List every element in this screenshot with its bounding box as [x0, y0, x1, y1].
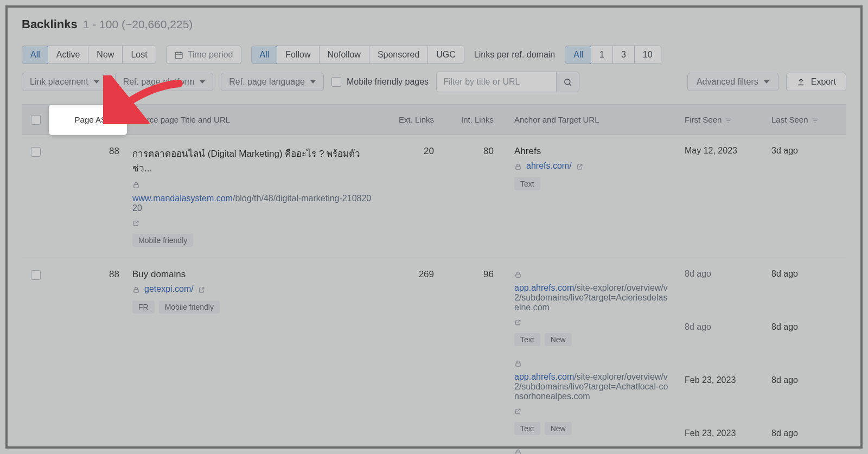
external-link-icon[interactable] [198, 284, 205, 294]
time-period-button[interactable]: Time period [166, 46, 241, 64]
external-link-icon[interactable] [514, 317, 521, 327]
svg-rect-5 [516, 274, 520, 277]
lock-icon [514, 358, 522, 368]
ref-page-language-dropdown[interactable]: Ref. page language [221, 73, 324, 91]
mode-tab-active[interactable]: Active [48, 46, 89, 63]
column-ext-links[interactable]: Ext. Links [381, 115, 441, 124]
tag-pill: Mobile friendly [159, 300, 220, 314]
svg-rect-0 [175, 53, 182, 59]
source-url[interactable]: www.mandalasystem.com/blog/th/48/digital… [132, 180, 374, 227]
column-int-links-label: Int. Links [461, 115, 494, 124]
last-seen-value: 8d ago [771, 322, 840, 375]
follow-tab-sponsored[interactable]: Sponsored [369, 46, 428, 63]
external-link-icon[interactable] [132, 218, 139, 227]
row-checkbox[interactable] [31, 270, 41, 280]
column-source[interactable]: Source page Title and URL [126, 115, 381, 124]
column-int-links[interactable]: Int. Links [441, 115, 500, 124]
search-icon [563, 78, 572, 87]
mobile-friendly-label: Mobile friendly pages [347, 77, 429, 87]
table-header-row: Page AS Source page Title and URL Ext. L… [22, 105, 846, 135]
target-url[interactable]: app.ahrefs.com/site-explorer/overview/v2… [514, 358, 672, 415]
backlinks-table: Page AS Source page Title and URL Ext. L… [22, 104, 846, 454]
first-seen-value: Feb 23, 2023 [685, 375, 758, 429]
target-url[interactable]: app.ahrefs.com/site-explorer/overview/v2… [514, 269, 672, 327]
int-links-value: 80 [441, 146, 500, 157]
tag-pill: Text [514, 333, 540, 346]
search-wrap [436, 72, 579, 92]
mode-tab-new[interactable]: New [88, 46, 123, 63]
follow-tab-follow[interactable]: Follow [277, 46, 319, 63]
links-per-domain-group: All1310 [565, 46, 661, 64]
sort-desc-icon [111, 115, 118, 124]
source-title: การตลาดออนไลน์ (Digital Marketing) คืออะ… [132, 146, 374, 175]
first-seen-value: 8d ago [685, 322, 758, 375]
column-page-as[interactable]: Page AS [50, 106, 126, 134]
sort-icon [725, 115, 732, 124]
chevron-down-icon [764, 80, 769, 84]
lpd-tab-10[interactable]: 10 [635, 46, 661, 63]
ext-links-value: 269 [381, 269, 441, 280]
advanced-filters-label: Advanced filters [697, 77, 758, 87]
external-link-icon[interactable] [576, 161, 583, 171]
column-last-seen[interactable]: Last Seen [765, 115, 846, 124]
lpd-tab-1[interactable]: 1 [591, 46, 613, 63]
link-placement-label: Link placement [30, 77, 88, 87]
chevron-down-icon [200, 80, 205, 84]
svg-point-1 [565, 79, 570, 85]
column-first-seen[interactable]: First Seen [678, 115, 765, 124]
anchor-block: Ahrefsahrefs.com/ Text [514, 146, 672, 190]
target-url[interactable]: ahrefs.com/ [514, 161, 672, 171]
column-source-label: Source page Title and URL [132, 115, 230, 124]
ref-page-platform-label: Ref. page platform [123, 77, 195, 87]
lock-icon [514, 269, 522, 279]
int-links-value: 96 [441, 269, 500, 280]
page-as-value: 88 [50, 146, 126, 157]
column-first-seen-label: First Seen [685, 115, 722, 124]
last-seen-value: 3d ago [771, 146, 840, 158]
follow-tab-nofollow[interactable]: Nofollow [320, 46, 369, 63]
column-page-as-label: Page AS [75, 115, 106, 124]
last-seen-cell: 3d ago [765, 146, 846, 158]
ref-page-platform-dropdown[interactable]: Ref. page platform [115, 73, 214, 91]
svg-rect-6 [516, 363, 520, 366]
lpd-tab-all[interactable]: All [565, 46, 592, 64]
row-checkbox[interactable] [31, 147, 41, 157]
chevron-down-icon [94, 80, 99, 84]
ext-links-value: 20 [381, 146, 441, 157]
column-last-seen-label: Last Seen [771, 115, 808, 124]
first-seen-cell: 8d ago8d agoFeb 23, 2023Feb 23, 2023 [678, 269, 765, 440]
table-row: 88การตลาดออนไลน์ (Digital Marketing) คือ… [22, 135, 846, 258]
anchor-cell: app.ahrefs.com/site-explorer/overview/v2… [500, 269, 678, 454]
advanced-filters-button[interactable]: Advanced filters [687, 73, 778, 91]
link-placement-dropdown[interactable]: Link placement [22, 73, 107, 91]
select-all-checkbox[interactable] [31, 115, 41, 125]
tag-pill: FR [132, 300, 155, 314]
mode-tab-lost[interactable]: Lost [123, 46, 155, 63]
sort-icon [812, 115, 819, 124]
time-period-label: Time period [188, 50, 233, 60]
lock-icon [132, 180, 140, 189]
target-url[interactable]: app.ahrefs.com/site-explorer/overview/v2… [514, 447, 672, 454]
table-row: 88Buy domainsgetexpi.com/ FRMobile frien… [22, 258, 846, 454]
search-button[interactable] [556, 72, 579, 92]
search-input[interactable] [437, 73, 556, 91]
mobile-friendly-checkbox-wrap[interactable]: Mobile friendly pages [331, 77, 429, 87]
column-anchor[interactable]: Anchor and Target URL [500, 115, 678, 124]
anchor-block: app.ahrefs.com/site-explorer/overview/v2… [514, 447, 672, 454]
follow-tab-all[interactable]: All [251, 46, 278, 64]
lock-icon [514, 447, 522, 454]
follow-tab-ugc[interactable]: UGC [428, 46, 464, 63]
source-cell: Buy domainsgetexpi.com/ FRMobile friendl… [126, 269, 381, 314]
checkbox-icon [331, 77, 341, 87]
mode-tab-all[interactable]: All [22, 46, 49, 64]
export-button[interactable]: Export [786, 73, 846, 91]
first-seen-value: Feb 23, 2023 [685, 429, 758, 440]
lpd-tab-3[interactable]: 3 [613, 46, 635, 63]
first-seen-value: May 12, 2023 [685, 146, 758, 158]
external-link-icon[interactable] [514, 406, 521, 415]
svg-rect-3 [516, 166, 520, 169]
source-url[interactable]: getexpi.com/ [132, 284, 374, 294]
tag-pill: Text [514, 422, 540, 435]
last-seen-value: 8d ago [771, 269, 840, 322]
anchor-block: app.ahrefs.com/site-explorer/overview/v2… [514, 358, 672, 435]
